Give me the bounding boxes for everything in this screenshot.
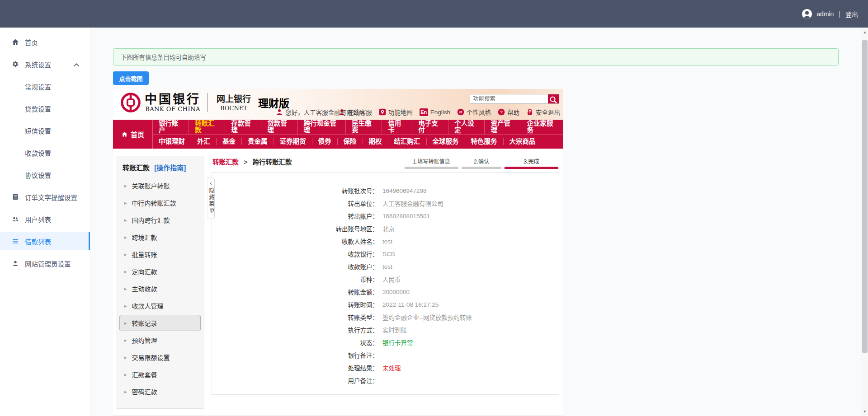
transfer-menu-item[interactable]: ▸ 预约管理 xyxy=(119,332,201,348)
transfer-menu-item[interactable]: ▸ 批量转账 xyxy=(119,246,201,262)
transfer-menu-item[interactable]: ▸ 跨境汇款 xyxy=(119,229,201,245)
bank-nav-item[interactable]: 存款管理 xyxy=(225,120,261,134)
transfer-menu-item[interactable]: ▸ 关联账户转账 xyxy=(119,178,201,194)
function-map-link[interactable]: 功能地图 xyxy=(379,108,413,117)
bank-nav-item[interactable]: 跨行现金管理 xyxy=(297,120,346,134)
topbar-divider: | xyxy=(839,10,840,18)
chevron-up-icon xyxy=(73,61,80,69)
bank-nav-item[interactable]: 期权 xyxy=(363,138,388,145)
bank-nav-item[interactable]: 外汇 xyxy=(191,138,216,145)
bank-nav-item[interactable]: 特色服务 xyxy=(465,138,503,145)
online-service-label: 在线客服 xyxy=(348,108,372,117)
transfer-menu-item[interactable]: ▸ 中行内转账汇款 xyxy=(119,195,201,211)
sidebar-item-user-list[interactable]: 用户列表 xyxy=(0,210,90,228)
style-link[interactable]: 个性风格 xyxy=(457,108,491,117)
transfer-menu-item[interactable]: ▸ 汇款套餐 xyxy=(119,366,201,383)
search-input[interactable] xyxy=(470,94,548,103)
bank-nav-item[interactable]: 贷款管理 xyxy=(261,120,297,134)
sidebar-system-children: 常规设置贷款设置短信设置收款设置协议设置 xyxy=(0,77,90,184)
sidebar-item-home[interactable]: 首页 xyxy=(0,33,90,51)
transfer-menu-item[interactable]: ▸ 交易限额设置 xyxy=(119,349,201,365)
help-icon: ? xyxy=(498,108,505,116)
bank-nav-item[interactable]: 保险 xyxy=(337,138,363,145)
transfer-menu-item-label: 国内跨行汇款 xyxy=(132,215,170,224)
bank-nav-item[interactable]: 资产管理 xyxy=(484,120,520,134)
bank-nav-item[interactable]: 债券 xyxy=(312,138,337,145)
bank-nav: 首页 银行账户转账汇款存款管理贷款管理跨行现金管理民生缴费信用卡电子支付个人设定… xyxy=(113,120,563,149)
transfer-menu-item[interactable]: ▸ 定向汇款 xyxy=(119,263,201,280)
triangle-right-icon: ▸ xyxy=(124,269,127,275)
document-icon xyxy=(12,193,19,201)
bank-nav-item[interactable]: 转账汇款 xyxy=(189,120,225,134)
avatar[interactable] xyxy=(802,9,812,19)
bank-nav-item[interactable]: 电子支付 xyxy=(412,120,448,134)
scroll-down-arrow[interactable]: ▼ xyxy=(861,408,868,415)
map-pin-icon xyxy=(379,108,386,116)
bank-nav-item[interactable]: 证券期货 xyxy=(274,138,312,145)
safe-exit-link[interactable]: 安全退出 xyxy=(526,108,560,117)
sidebar-item-order-text-settings[interactable]: 订单文字提醒设置 xyxy=(0,188,90,206)
sidebar-item-system-settings[interactable]: 系统设置 xyxy=(0,55,90,73)
operation-guide-link[interactable]: [操作指南] xyxy=(154,164,186,172)
search-icon xyxy=(549,95,558,104)
transfer-menu-item[interactable]: ▸ 主动收款 xyxy=(119,280,201,297)
sidebar-subitem[interactable]: 贷款设置 xyxy=(0,99,90,117)
screenshot-button[interactable]: 点击截图 xyxy=(113,71,149,85)
field-label: 银行备注： xyxy=(212,351,378,360)
sidebar-subitem[interactable]: 协议设置 xyxy=(0,166,90,184)
field-value: test xyxy=(382,238,392,245)
sidebar-item-loan-list[interactable]: 借款列表 xyxy=(0,232,90,250)
bank-nav-item[interactable]: 全球服务 xyxy=(426,138,465,145)
scroll-up-arrow[interactable]: ▲ xyxy=(861,28,868,36)
transfer-menu-item[interactable]: ▸ 转账记录 xyxy=(119,315,201,331)
bank-nav-item[interactable]: 结汇购汇 xyxy=(388,138,426,145)
bank-nav-item[interactable]: 基金 xyxy=(216,138,241,145)
sidebar-subitem[interactable]: 收款设置 xyxy=(0,144,90,162)
bank-nav-item[interactable]: 信用卡 xyxy=(382,120,412,134)
transfer-menu-item-label: 收款人管理 xyxy=(132,301,164,310)
sidebar-item-label: 订单文字提醒设置 xyxy=(25,192,77,202)
transfer-menu-item[interactable]: ▸ 国内跨行汇款 xyxy=(119,212,201,228)
help-link[interactable]: ? 帮助 xyxy=(498,108,519,117)
bank-nav-item[interactable]: 大宗商品 xyxy=(503,138,542,145)
progress-step-label: 1.填写转账信息 xyxy=(413,159,450,165)
online-service-link[interactable]: 在线客服 xyxy=(338,108,372,117)
bank-nav-home-label: 首页 xyxy=(131,130,144,139)
function-search xyxy=(470,94,559,104)
field-label: 转账时间： xyxy=(212,300,378,309)
vertical-scrollbar[interactable]: ▲ ▼ xyxy=(861,28,868,416)
bank-nav-item[interactable]: 个人设定 xyxy=(448,120,484,134)
language-label: English xyxy=(430,109,450,116)
bank-screenshot: 中国银行 BANK OF CHINA 网上银行 BOCNET 理财版 xyxy=(113,89,563,416)
bank-nav-item[interactable]: 贵金属 xyxy=(241,138,274,145)
transfer-menu-item-label: 定向汇款 xyxy=(132,267,157,276)
bank-nav-home[interactable]: 首页 xyxy=(113,120,153,149)
scrollbar-thumb[interactable] xyxy=(862,40,868,353)
field-label: 转账金额： xyxy=(212,287,378,296)
transfer-menu-head: 转账汇款 [操作指南] xyxy=(116,160,204,178)
field-label: 收款银行： xyxy=(212,249,378,258)
bank-nav-item[interactable]: 银行账户 xyxy=(153,120,189,134)
search-button[interactable] xyxy=(548,94,559,103)
bank-nav-item[interactable]: 中银理财 xyxy=(153,138,191,145)
detail-field-row: 银行备注： xyxy=(212,349,559,361)
bank-nav-item[interactable]: 企业家服务 xyxy=(521,120,563,134)
field-value: 银行卡异常 xyxy=(382,338,413,347)
hide-menu-tab[interactable]: ‹ 隐藏菜单 xyxy=(207,178,215,219)
breadcrumb-root[interactable]: 转账汇款 xyxy=(212,159,239,166)
bank-nav-item[interactable]: 民生缴费 xyxy=(345,120,382,134)
progress-step-bar xyxy=(505,167,558,169)
logout-link[interactable]: 登出 xyxy=(845,9,858,19)
transfer-menu-item[interactable]: ▸ 收款人管理 xyxy=(119,298,201,314)
sidebar-subitem[interactable]: 短信设置 xyxy=(0,122,90,140)
transfer-menu-item-label: 预约管理 xyxy=(132,336,157,345)
username[interactable]: admin xyxy=(816,10,834,18)
language-link[interactable]: En English xyxy=(420,108,450,116)
detail-field-row: 转账时间： 2022-11-08 16:27:25 xyxy=(212,298,559,311)
sidebar-item-site-admin-settings[interactable]: 网站管理员设置 xyxy=(0,254,90,272)
transfer-menu-item-label: 主动收款 xyxy=(132,284,157,293)
bank-nav-row2: 中银理财外汇基金贵金属证券期货债券保险期权结汇购汇全球服务特色服务大宗商品 xyxy=(153,134,563,149)
sidebar-subitem[interactable]: 常规设置 xyxy=(0,77,90,95)
transfer-menu-item[interactable]: ▸ 密码汇款 xyxy=(119,383,201,400)
detail-field-row: 转出账号地区： 北京 xyxy=(212,222,559,235)
